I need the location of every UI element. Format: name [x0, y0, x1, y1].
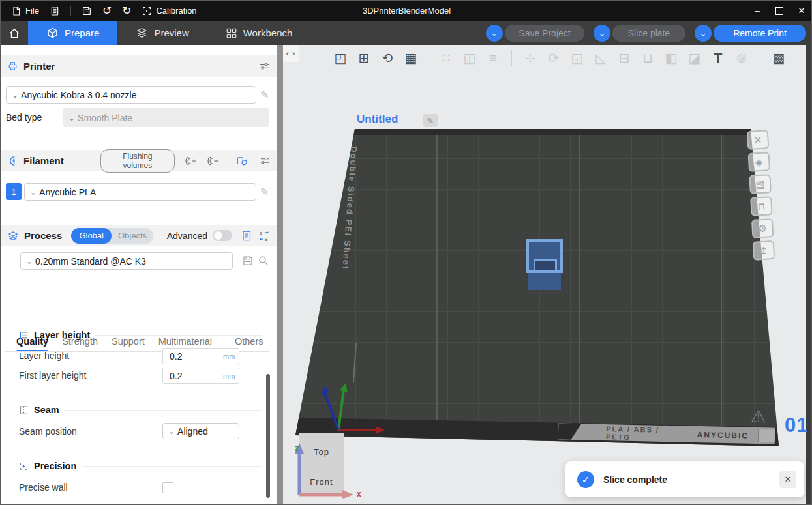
add-object-icon[interactable]: ◰	[330, 48, 351, 68]
raise-plate-icon[interactable]: ↥	[753, 240, 775, 261]
edit-filament-icon[interactable]: ✎	[260, 186, 269, 198]
viewport-3d[interactable]: ‹ › ◰⊞⟲▦∷◫≡⊹⟳◱◺⊟⊔◧◪T⊚▩ Untitled ✎ Double…	[283, 45, 812, 505]
printer-settings-icon[interactable]	[259, 61, 270, 72]
notes-button[interactable]	[50, 6, 60, 16]
collapse-icon: ‹ ›	[286, 49, 295, 58]
add-plate-icon[interactable]: ⊞	[353, 48, 374, 68]
calibration-menu[interactable]: Calibration	[142, 6, 196, 16]
save-project-group: ⌄ Save Project	[486, 25, 584, 42]
flushing-volumes-button[interactable]: Flushing volumes	[100, 149, 175, 173]
home-icon	[8, 27, 21, 40]
remote-print-button[interactable]: Remote Print	[714, 25, 806, 42]
lay-on-face-icon: ◺	[590, 48, 611, 68]
undo-button[interactable]: ↺	[102, 5, 112, 16]
process-icon	[7, 230, 19, 242]
calibration-icon	[142, 6, 152, 16]
edit-plate-name-button[interactable]: ✎	[423, 114, 438, 127]
remove-filament-icon[interactable]	[207, 155, 219, 167]
file-menu[interactable]: File	[11, 6, 39, 16]
scope-global-button[interactable]: Global	[71, 228, 112, 244]
compare-presets-icon[interactable]: AB	[258, 230, 270, 242]
filament-preset-value: Anycubic PLA	[39, 187, 96, 197]
seam-position-select[interactable]: ⌄ Aligned	[162, 423, 239, 439]
filament-settings-icon[interactable]	[260, 155, 270, 166]
preview-layers-icon	[136, 27, 148, 39]
lock-plate-icon[interactable]: ⊓	[750, 196, 772, 216]
process-preset-select[interactable]: ⌄ 0.20mm Standard @AC K3	[20, 252, 233, 270]
window-controls: – ✕	[746, 1, 812, 21]
parameter-list-icon[interactable]	[241, 230, 253, 242]
precision-icon	[19, 461, 29, 471]
hollow-icon: ◧	[661, 48, 682, 68]
first-layer-height-input[interactable]: mm	[162, 368, 239, 384]
filament-slot-badge[interactable]: 1	[6, 183, 22, 200]
sync-filament-icon[interactable]	[236, 155, 248, 167]
maximize-button[interactable]	[768, 1, 790, 21]
model-opening	[534, 259, 557, 272]
layer-height-input[interactable]: mm	[162, 348, 239, 364]
file-icon	[11, 6, 22, 16]
edit-printer-icon[interactable]: ✎	[260, 89, 269, 101]
precise-wall-label: Precise wall	[19, 482, 68, 493]
scope-objects-button[interactable]: Objects	[112, 231, 153, 240]
remote-print-dropdown[interactable]: ⌄	[695, 25, 712, 42]
minimize-button[interactable]: –	[746, 1, 768, 21]
printer-icon	[7, 61, 18, 72]
toggle-knob	[214, 231, 222, 240]
split-to-parts-icon: ◫	[459, 48, 480, 68]
layer-height-value[interactable]	[163, 351, 223, 362]
toolbar-divider	[511, 50, 512, 66]
home-button[interactable]	[1, 21, 28, 45]
tab-prepare[interactable]: Prepare	[28, 21, 117, 45]
action-buttons: ⌄ Save Project ⌄ Slice plate ⌄ Remote Pr…	[486, 21, 812, 45]
close-icon: ✕	[798, 6, 805, 16]
first-layer-height-unit: mm	[223, 372, 235, 380]
delete-plate-icon[interactable]: ✕	[747, 130, 769, 150]
close-button[interactable]: ✕	[790, 1, 812, 21]
panel-divider[interactable]	[277, 45, 283, 505]
sidebar-scrollbar[interactable]	[266, 374, 270, 498]
add-filament-icon[interactable]	[185, 155, 197, 167]
save-button[interactable]	[82, 6, 92, 16]
arrange-plate-icon[interactable]: ▤	[749, 174, 771, 194]
settings-sidebar: Printer ⌄ Anycubic Kobra 3 0.4 nozzle ✎ …	[1, 45, 277, 505]
seam-position-value: Aligned	[177, 426, 208, 437]
search-preset-icon[interactable]	[258, 255, 269, 267]
process-section-header: Process Global Objects Advanced AB	[1, 225, 277, 246]
viewport-toolbar: ◰⊞⟲▦∷◫≡⊹⟳◱◺⊟⊔◧◪T⊚▩	[330, 48, 789, 68]
save-preset-icon[interactable]	[242, 255, 254, 267]
cut-icon: ⊟	[614, 48, 635, 68]
tab-workbench-label: Workbench	[243, 27, 293, 38]
toast-message: Slice complete	[603, 474, 667, 485]
title-bar: File ↺ ↻ Calibration 3DPrinterBlenderMod…	[1, 1, 812, 21]
toast-close-button[interactable]: ✕	[779, 471, 796, 488]
precision-section-title: Precision	[34, 461, 76, 471]
assembly-icon[interactable]: ▩	[768, 48, 789, 68]
tab-workbench[interactable]: Workbench	[207, 21, 311, 45]
slice-plate-button[interactable]: Slice plate	[612, 25, 685, 42]
text-tool-icon[interactable]: T	[708, 48, 729, 68]
printer-preset-select[interactable]: ⌄ Anycubic Kobra 3 0.4 nozzle	[6, 86, 256, 104]
precise-wall-checkbox[interactable]	[162, 482, 173, 493]
slice-plate-dropdown[interactable]: ⌄	[594, 25, 610, 42]
tab-preview[interactable]: Preview	[117, 21, 207, 45]
seam-icon	[19, 405, 29, 415]
save-project-button[interactable]: Save Project	[505, 25, 584, 42]
auto-orient-icon[interactable]: ⟲	[377, 48, 398, 68]
plate-settings-icon[interactable]: ⚙	[751, 218, 774, 238]
collapse-sidebar-button[interactable]: ‹ ›	[283, 45, 299, 62]
first-layer-height-value[interactable]	[163, 370, 223, 382]
save-project-dropdown[interactable]: ⌄	[486, 25, 503, 42]
redo-button[interactable]: ↻	[122, 5, 131, 16]
seam-section: Seam	[19, 405, 262, 415]
bed-type-select[interactable]: ⌄ Smooth Plate	[63, 108, 269, 127]
advanced-toggle[interactable]	[213, 230, 232, 241]
filament-preset-select[interactable]: ⌄ Anycubic PLA	[24, 183, 256, 201]
arrange-objects-icon[interactable]: ▦	[400, 48, 421, 68]
slice-plate-group: ⌄ Slice plate	[594, 25, 685, 42]
x-axis-label: x	[357, 489, 361, 498]
auto-orient-plate-icon[interactable]: ◈	[748, 152, 770, 172]
plate-name[interactable]: Untitled	[357, 113, 398, 126]
redo-icon: ↻	[122, 5, 131, 16]
section-rule	[82, 466, 262, 467]
